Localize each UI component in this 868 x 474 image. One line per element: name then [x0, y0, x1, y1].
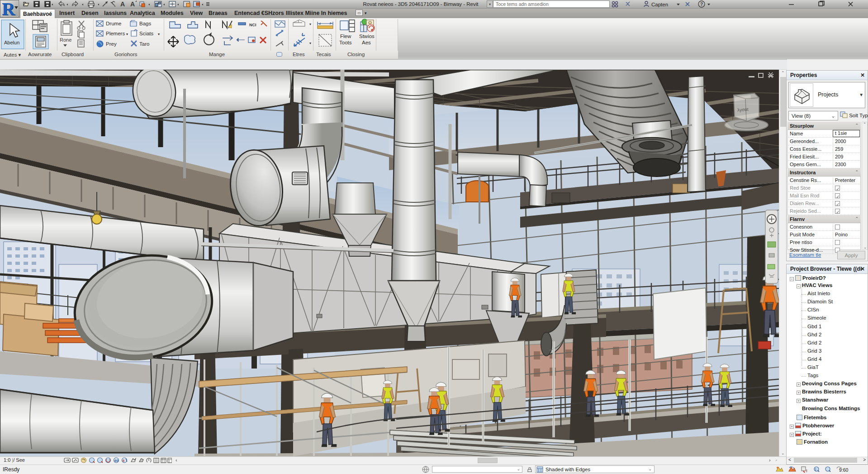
- svg-text:Stwios: Stwios: [359, 34, 375, 39]
- svg-text:Taro: Taro: [139, 41, 149, 47]
- svg-text:Sciats: Sciats: [139, 31, 154, 36]
- svg-text:Bags: Bags: [139, 21, 151, 26]
- svg-text:Plemers: Plemers: [106, 31, 125, 36]
- svg-text:!: !: [806, 469, 807, 473]
- svg-text:60: 60: [114, 459, 119, 463]
- svg-text:A: A: [130, 0, 135, 8]
- svg-text:?: ?: [700, 2, 703, 7]
- svg-text:Aes: Aes: [362, 40, 371, 45]
- svg-text:▾: ▾: [309, 41, 311, 45]
- svg-text:λyσαt: λyσαt: [737, 107, 749, 113]
- svg-text:Flew: Flew: [340, 34, 351, 39]
- svg-text:▾: ▾: [309, 22, 311, 26]
- svg-text:Toots: Toots: [339, 40, 352, 45]
- svg-text:Capten: Capten: [651, 2, 668, 7]
- svg-text:A: A: [120, 0, 125, 8]
- svg-text:Drume: Drume: [106, 21, 122, 26]
- svg-text:▾: ▾: [158, 32, 160, 36]
- svg-text:Rone: Rone: [60, 37, 71, 43]
- svg-text:9:60: 9:60: [839, 467, 849, 473]
- svg-text:Abelun: Abelun: [4, 40, 19, 45]
- svg-text:6: 6: [123, 459, 125, 463]
- svg-text:1: 1: [815, 468, 816, 471]
- svg-text:Prey: Prey: [106, 41, 117, 47]
- svg-text:▾: ▾: [126, 32, 128, 36]
- svg-text:NCI: NCI: [249, 23, 256, 27]
